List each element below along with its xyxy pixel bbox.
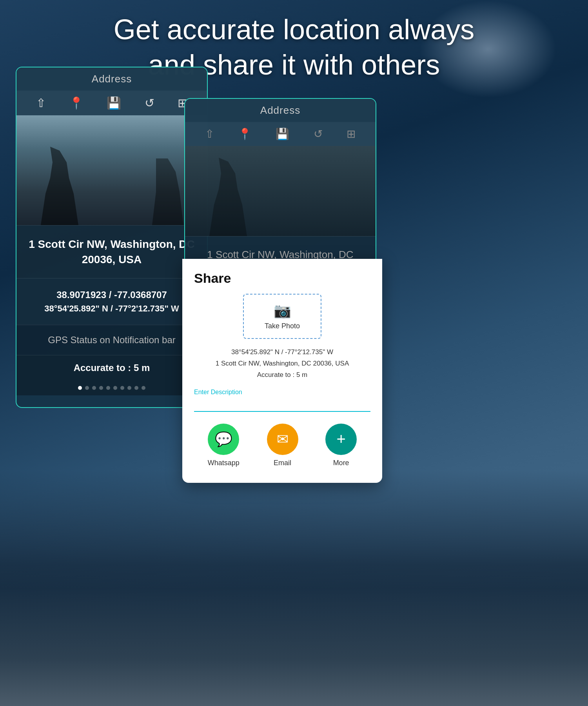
dot-6[interactable]: [113, 386, 117, 390]
whatsapp-label: Whatsapp: [208, 459, 240, 467]
dot-9[interactable]: [134, 386, 138, 390]
snow-ground: [0, 588, 588, 706]
description-input[interactable]: [194, 398, 370, 412]
take-photo-label: Take Photo: [265, 322, 300, 330]
card-back-title: Address: [16, 67, 207, 91]
front-refresh-icon[interactable]: ↺: [314, 127, 323, 140]
more-button-wrap[interactable]: + More: [325, 424, 357, 467]
card-front-toolbar: ⇧ 📍 💾 ↺ ⊞: [185, 122, 376, 146]
dot-10[interactable]: [142, 386, 145, 390]
card-back-address-text: 1 Scott Cir NW, Washington, DC 20036, US…: [28, 237, 195, 267]
dot-4[interactable]: [99, 386, 103, 390]
more-icon: +: [336, 430, 345, 448]
email-label: Email: [274, 459, 291, 467]
share-info: 38°54'25.892" N / -77°2'12.735" W 1 Scot…: [194, 347, 370, 381]
header-line1: Get accurate location always: [0, 12, 588, 47]
more-label: More: [333, 459, 349, 467]
card-front-title: Address: [185, 99, 376, 122]
email-icon: ✉: [277, 431, 289, 448]
whatsapp-button[interactable]: 💬: [208, 424, 239, 455]
share-address: 1 Scott Cir NW, Washington, DC 20036, US…: [194, 358, 370, 369]
share-panel: Share 📷 Take Photo 38°54'25.892" N / -77…: [182, 259, 382, 483]
gps-status-text: GPS Status on Notification bar: [48, 335, 176, 345]
dot-2[interactable]: [85, 386, 89, 390]
location-icon[interactable]: 📍: [69, 96, 83, 110]
accuracy-text: Accurate to : 5 m: [74, 362, 150, 373]
share-accuracy: Accurate to : 5 m: [194, 369, 370, 381]
dot-7[interactable]: [120, 386, 124, 390]
pagination-dots: [16, 380, 207, 395]
dot-5[interactable]: [106, 386, 110, 390]
refresh-icon[interactable]: ↺: [145, 96, 154, 110]
share-icon[interactable]: ⇧: [36, 96, 46, 110]
share-buttons: 💬 Whatsapp ✉ Email + More: [194, 424, 370, 467]
whatsapp-button-wrap[interactable]: 💬 Whatsapp: [208, 424, 240, 467]
card-back: Address ⇧ 📍 💾 ↺ ⊞ 1 Scott Cir NW, Washin…: [16, 67, 208, 408]
coords-dms: 38°54'25.892" N / -77°2'12.735" W: [24, 304, 199, 314]
front-grid-icon[interactable]: ⊞: [347, 127, 356, 140]
save-icon[interactable]: 💾: [107, 96, 121, 110]
card-back-accuracy: Accurate to : 5 m: [16, 355, 207, 380]
email-button-wrap[interactable]: ✉ Email: [267, 424, 298, 467]
take-photo-button[interactable]: 📷 Take Photo: [243, 294, 321, 339]
share-coords: 38°54'25.892" N / -77°2'12.735" W: [194, 347, 370, 358]
camera-icon: 📷: [252, 302, 313, 319]
description-label: Enter Description: [194, 389, 370, 396]
card-back-gps: GPS Status on Notification bar: [16, 325, 207, 355]
coords-decimal: 38.9071923 / -77.0368707: [24, 289, 199, 300]
card-back-toolbar: ⇧ 📍 💾 ↺ ⊞: [16, 91, 207, 115]
dot-8[interactable]: [127, 386, 131, 390]
front-save-icon[interactable]: 💾: [276, 127, 289, 140]
card-back-coords: 38.9071923 / -77.0368707 38°54'25.892" N…: [16, 278, 207, 325]
email-button[interactable]: ✉: [267, 424, 298, 455]
share-title: Share: [194, 271, 370, 286]
card-back-address: 1 Scott Cir NW, Washington, DC 20036, US…: [16, 225, 207, 278]
card-front-photo: [185, 146, 376, 236]
front-location-icon[interactable]: 📍: [238, 127, 252, 140]
more-button[interactable]: +: [325, 424, 357, 455]
card-back-photo: [16, 115, 207, 225]
whatsapp-icon: 💬: [215, 431, 232, 448]
front-share-icon[interactable]: ⇧: [205, 127, 214, 140]
dot-1[interactable]: [78, 386, 82, 390]
dot-3[interactable]: [92, 386, 96, 390]
